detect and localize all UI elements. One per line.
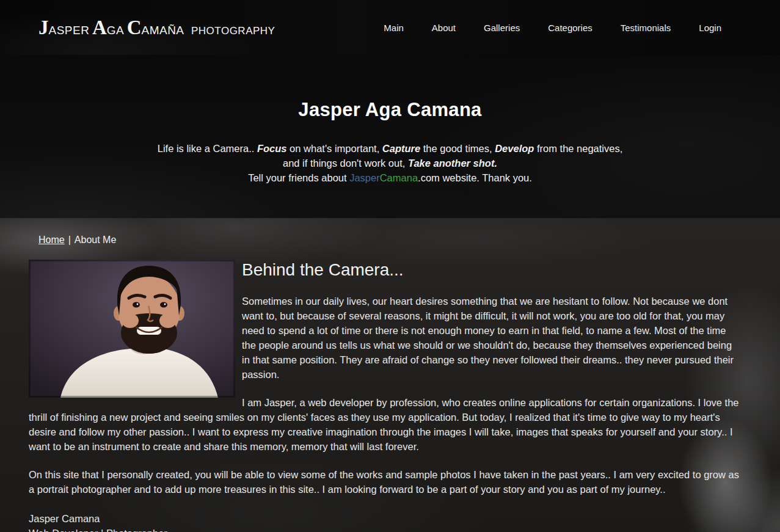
tagline-capture: Capture: [382, 143, 420, 154]
portrait-illustration: [29, 260, 235, 398]
about-section: Home|About Me: [0, 218, 780, 532]
main-nav: Main About Galleries Categories Testimon…: [384, 23, 721, 33]
logo-text-amana: AMAÑA: [141, 24, 184, 37]
share-text-prefix: Tell your friends about: [248, 172, 349, 183]
logo-initial-c: C: [127, 16, 142, 38]
signature-name: Jasper Camana: [29, 511, 740, 526]
logo-text-asper: ASPER: [49, 24, 90, 37]
signature-role: Web Developer | Photographer: [29, 526, 740, 532]
site-header: JASPER AGA CAMAÑA PHOTOGRAPHY Main About…: [0, 0, 780, 55]
logo-text-photography: PHOTOGRAPHY: [191, 25, 275, 37]
site-link-jasper[interactable]: Jasper: [349, 172, 380, 183]
hero-section: Jasper Aga Camana Life is like a Camera.…: [0, 55, 780, 218]
tagline-text: Life is like a Camera..: [158, 143, 257, 154]
tagline-develop: Develop: [495, 143, 534, 154]
site-logo[interactable]: JASPER AGA CAMAÑA PHOTOGRAPHY: [38, 16, 275, 39]
site-link-camana[interactable]: Camana: [380, 172, 418, 183]
nav-link-galleries[interactable]: Galleries: [484, 23, 520, 33]
nav-link-about[interactable]: About: [432, 23, 456, 33]
breadcrumb-current: About Me: [75, 235, 116, 245]
about-paragraph-3: On this site that I personally created, …: [29, 467, 740, 497]
logo-initial-a: A: [92, 16, 107, 38]
tagline-text: on what's important,: [287, 143, 382, 154]
page: JASPER AGA CAMAÑA PHOTOGRAPHY Main About…: [0, 0, 780, 532]
nav-link-testimonials[interactable]: Testimonials: [621, 23, 671, 33]
portrait-photo: [29, 260, 235, 398]
logo-initial-j: J: [38, 16, 49, 38]
nav-link-categories[interactable]: Categories: [548, 23, 592, 33]
hero-title: Jasper Aga Camana: [0, 55, 780, 121]
tagline-take-another-shot: Take another shot.: [408, 158, 497, 169]
breadcrumb-home-link[interactable]: Home: [38, 235, 65, 245]
about-article: Behind the Camera... Sometimes in our da…: [29, 260, 740, 532]
breadcrumb: Home|About Me: [0, 218, 780, 246]
logo-text-ga: GA: [107, 24, 124, 37]
breadcrumb-separator: |: [68, 235, 71, 245]
nav-link-main[interactable]: Main: [384, 23, 404, 33]
hero-tagline: Life is like a Camera.. Focus on what's …: [156, 141, 624, 170]
hero-share-line: Tell your friends about JasperCamana.com…: [0, 170, 780, 185]
about-paragraph-2: I am Jasper, a web developer by professi…: [29, 395, 740, 454]
tagline-text: the good times,: [420, 143, 495, 154]
nav-link-login[interactable]: Login: [699, 23, 721, 33]
signature-block: Jasper Camana Web Developer | Photograph…: [29, 511, 740, 532]
tagline-focus: Focus: [257, 143, 287, 154]
share-text-suffix: .com website. Thank you.: [418, 172, 532, 183]
